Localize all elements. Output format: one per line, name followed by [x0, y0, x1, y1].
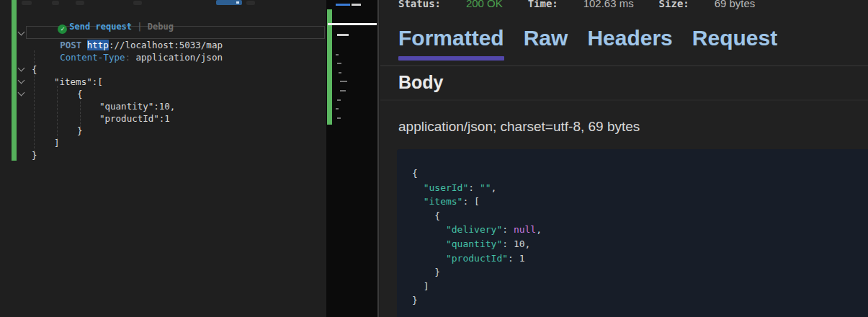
content-type-summary: application/json; charset=utf-8, 69 byte… — [398, 119, 640, 135]
tab-headers[interactable]: Headers — [587, 26, 672, 50]
active-tab-underline — [398, 56, 504, 61]
time-label: Time: — [528, 0, 558, 9]
minimap-mark — [337, 34, 349, 36]
git-added-gutter-bar — [12, 0, 17, 161]
response-tabs: Formatted Raw Headers Request — [398, 26, 777, 50]
toolbar-icon — [52, 1, 59, 5]
toolbar-icon — [76, 1, 84, 5]
code-line[interactable]: ] — [54, 137, 60, 149]
size-value: 69 bytes — [715, 0, 756, 9]
tab-request[interactable]: Request — [692, 26, 777, 50]
code-line[interactable]: "quantity":10, — [99, 100, 175, 112]
code-line[interactable]: "productId":1 — [99, 112, 170, 125]
code-line[interactable]: "items":[ — [54, 76, 103, 88]
code-line[interactable]: { — [32, 63, 37, 76]
minimap-mark — [339, 72, 341, 73]
header-value: application/json — [136, 52, 223, 63]
time-value: 102.63 ms — [583, 0, 634, 9]
indent-guide — [57, 86, 58, 143]
chevron-down-icon[interactable] — [18, 30, 24, 35]
status-label: Status: — [398, 0, 441, 9]
minimap-mark — [352, 4, 361, 6]
minimap-mark — [336, 54, 339, 55]
minimap[interactable] — [326, 0, 379, 317]
minimap-mark — [337, 117, 341, 119]
code-line[interactable]: } — [77, 125, 83, 137]
http-request-editor[interactable]: ✓Send request | Debug POST http://localh… — [0, 0, 326, 317]
rest-client-window: ✓Send request | Debug POST http://localh… — [0, 0, 868, 317]
minimap-mark — [337, 99, 341, 101]
section-divider — [380, 65, 868, 66]
chevron-down-icon[interactable] — [18, 78, 24, 84]
response-body-box[interactable]: { "userId": "", "items": [ { "delivery":… — [397, 149, 868, 317]
minimap-mark — [336, 4, 350, 6]
code-line[interactable]: { — [77, 88, 83, 100]
response-status-line: Status: 200 OK Time: 102.63 ms Size: 69 … — [398, 0, 755, 9]
header-separator: : — [125, 52, 135, 63]
minimap-git-bar — [327, 9, 332, 125]
minimap-mark — [340, 90, 346, 91]
response-json: { "userId": "", "items": [ { "delivery":… — [397, 149, 868, 308]
header-name: Content-Type — [60, 52, 125, 63]
minimap-mark — [336, 108, 339, 110]
minimap-mark — [340, 81, 347, 82]
chevron-down-icon[interactable] — [18, 66, 24, 71]
toolbar-icon — [246, 1, 255, 5]
toolbar-icon — [22, 1, 32, 5]
minimap-current-line — [328, 23, 377, 25]
response-panel: Status: 200 OK Time: 102.63 ms Size: 69 … — [380, 0, 868, 317]
tab-formatted[interactable]: Formatted — [398, 26, 504, 50]
toolbar-icon — [133, 1, 142, 5]
header-line[interactable]: Content-Type: application/json — [27, 39, 223, 76]
status-value: 200 OK — [466, 0, 503, 9]
minimap-mark — [337, 63, 341, 64]
code-line[interactable]: } — [32, 149, 37, 161]
toolbar-run-button[interactable] — [216, 0, 242, 5]
tab-raw[interactable]: Raw — [524, 26, 568, 50]
body-section-heading: Body — [398, 72, 444, 93]
section-divider — [380, 99, 868, 101]
chevron-down-icon[interactable] — [18, 90, 24, 96]
size-label: Size: — [659, 0, 689, 9]
